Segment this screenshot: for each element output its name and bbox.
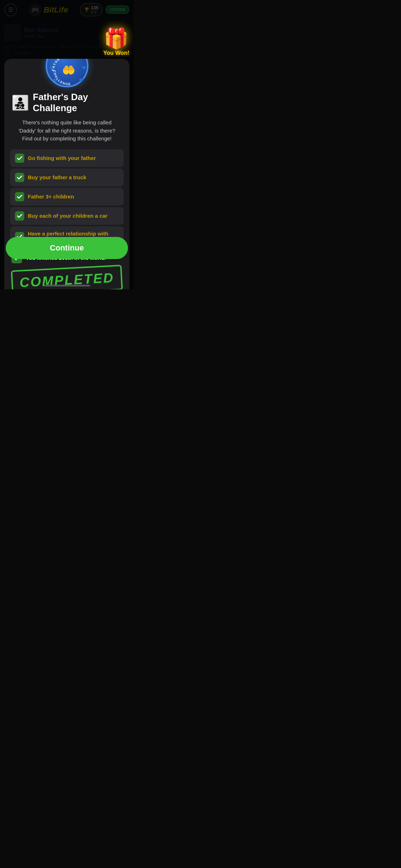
continue-button[interactable]: Continue — [6, 237, 128, 259]
task-item-3: Father 3+ children — [10, 188, 124, 206]
task-text-1: Go fishing with your father — [28, 155, 96, 161]
task-check-2 — [15, 173, 24, 182]
challenge-badge: 💙 💙 💙 💙 💙 💙 FATHER'S DAY CH — [46, 59, 88, 87]
task-item-4: Buy each of your children a car — [10, 207, 124, 225]
title-emoji: 👨‍👧‍👦 — [11, 94, 29, 111]
svg-text:💙: 💙 — [82, 66, 87, 70]
svg-text:💙: 💙 — [79, 78, 84, 83]
badge-circle: 💙 💙 💙 💙 💙 💙 FATHER'S DAY CH — [46, 59, 88, 87]
challenge-description: There's nothing quite like being called … — [4, 119, 129, 143]
title-row: 👨‍👧‍👦 Father's Day Challenge — [4, 92, 129, 114]
task-text-3: Father 3+ children — [28, 193, 74, 200]
home-indicator — [44, 285, 90, 286]
you-won-text: You Won! — [103, 50, 129, 56]
task-check-4 — [15, 211, 24, 221]
task-check-3 — [15, 192, 24, 201]
chest-icon: 🎁 — [104, 29, 129, 48]
task-item-2: Buy your father a truck — [10, 169, 124, 186]
badge-area: 💙 💙 💙 💙 💙 💙 FATHER'S DAY CH — [4, 59, 129, 87]
challenge-title: Father's Day Challenge — [33, 92, 122, 114]
task-text-2: Buy your father a truck — [28, 174, 86, 180]
tasks-list: Go fishing with your father Buy your fat… — [4, 149, 129, 247]
task-item-1: Go fishing with your father — [10, 149, 124, 167]
task-text-4: Buy each of your children a car — [28, 213, 107, 219]
svg-text:🤲: 🤲 — [62, 64, 75, 77]
treasure-popup: 🎁 You Won! — [103, 29, 129, 56]
task-check-1 — [15, 154, 24, 163]
